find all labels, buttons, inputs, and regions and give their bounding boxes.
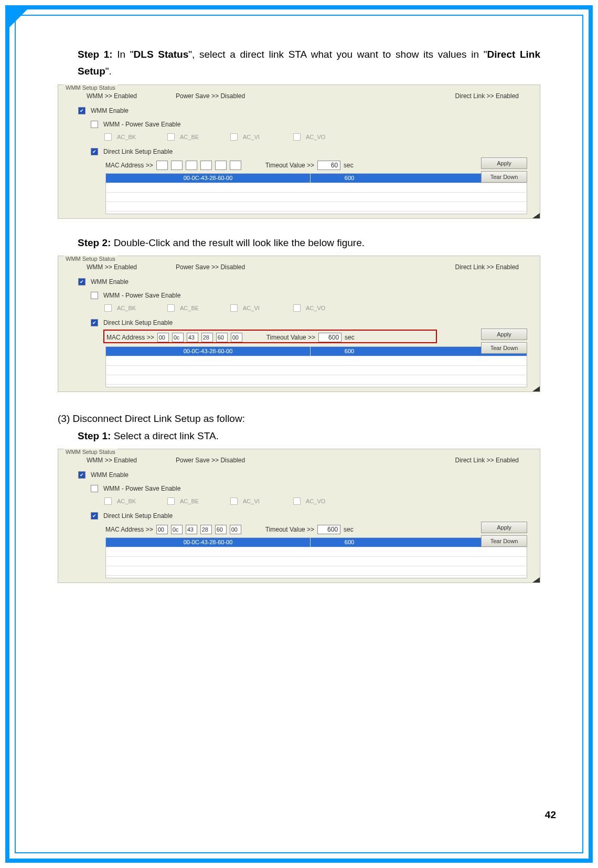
mac-input-4[interactable]	[200, 161, 212, 170]
table-row[interactable]: 00-0C-43-28-60-00 600	[106, 538, 527, 547]
mac-input-5[interactable]: 60	[216, 333, 228, 342]
mac-input-6[interactable]: 00	[230, 525, 241, 534]
mac-input-1[interactable]: 00	[156, 525, 168, 534]
apply-button[interactable]: Apply	[481, 329, 527, 340]
powersave-checkbox[interactable]	[91, 292, 98, 299]
wmm-panel-2: WMM Setup Status WMM >> Enabled Power Sa…	[58, 256, 540, 392]
step1-text: Step 1: In "DLS Status", select a direct…	[58, 46, 540, 80]
mac-input-5[interactable]: 60	[215, 525, 227, 534]
mac-input-1[interactable]	[156, 161, 168, 170]
ac-be-checkbox	[167, 133, 175, 141]
ac-vi-checkbox	[230, 133, 238, 141]
step2-text: Step 2: Double-Click and the result will…	[58, 235, 540, 251]
mac-input-2[interactable]	[171, 161, 183, 170]
wmm-enable-checkbox[interactable]	[78, 471, 86, 479]
apply-button[interactable]: Apply	[481, 522, 527, 533]
dls-enable-checkbox[interactable]	[91, 148, 98, 155]
timeout-input[interactable]: 600	[317, 525, 340, 534]
teardown-button[interactable]: Tear Down	[481, 342, 527, 354]
mac-input-6[interactable]: 00	[231, 333, 242, 342]
resize-grip-icon	[532, 213, 540, 218]
mac-input-3[interactable]: 43	[186, 525, 197, 534]
page-number: 42	[545, 809, 556, 821]
dls-enable-checkbox[interactable]	[91, 512, 98, 520]
mac-input-2[interactable]: 0c	[172, 333, 184, 342]
powersave-checkbox[interactable]	[91, 485, 98, 492]
timeout-input[interactable]: 60	[317, 161, 340, 170]
ac-vo-checkbox	[293, 133, 301, 141]
table-row[interactable]: 00-0C-43-28-60-00 600	[106, 174, 527, 183]
dls-enable-checkbox[interactable]	[91, 319, 98, 326]
mac-input-5[interactable]	[215, 161, 227, 170]
step3-1-text: Step 1: Select a direct link STA.	[58, 428, 540, 444]
powersave-checkbox[interactable]	[91, 121, 98, 128]
mac-input-4[interactable]: 28	[200, 525, 212, 534]
mac-input-3[interactable]	[186, 161, 197, 170]
mac-input-6[interactable]	[230, 161, 241, 170]
resize-grip-icon	[532, 386, 540, 391]
wmm-panel-1: WMM Setup Status WMM >> Enabled Power Sa…	[58, 84, 540, 219]
mac-input-2[interactable]: 0c	[171, 525, 183, 534]
teardown-button[interactable]: Tear Down	[481, 171, 527, 183]
resize-grip-icon	[532, 577, 540, 583]
teardown-button[interactable]: Tear Down	[481, 535, 527, 547]
wmm-panel-3: WMM Setup Status WMM >> Enabled Power Sa…	[58, 449, 540, 583]
apply-button[interactable]: Apply	[481, 157, 527, 169]
dls-table[interactable]: 00-0C-43-28-60-00 600	[105, 537, 527, 578]
mac-input-4[interactable]: 28	[201, 333, 213, 342]
section-3-text: (3) Disconnect Direct Link Setup as foll…	[58, 413, 540, 425]
mac-input-1[interactable]: 00	[157, 333, 169, 342]
ac-bk-checkbox	[104, 133, 112, 141]
wmm-enable-checkbox[interactable]	[78, 107, 86, 114]
dls-table[interactable]: 00-0C-43-28-60-00 600	[105, 346, 527, 387]
wmm-enable-checkbox[interactable]	[78, 278, 86, 285]
mac-input-3[interactable]: 43	[187, 333, 198, 342]
fieldset-label: WMM Setup Status	[63, 84, 118, 91]
dls-table[interactable]: 00-0C-43-28-60-00 600	[105, 173, 527, 214]
table-row[interactable]: 00-0C-43-28-60-00 600	[106, 347, 527, 356]
timeout-input[interactable]: 600	[318, 333, 341, 342]
status-row: WMM >> Enabled Power Save >> Disabled Di…	[58, 85, 540, 104]
